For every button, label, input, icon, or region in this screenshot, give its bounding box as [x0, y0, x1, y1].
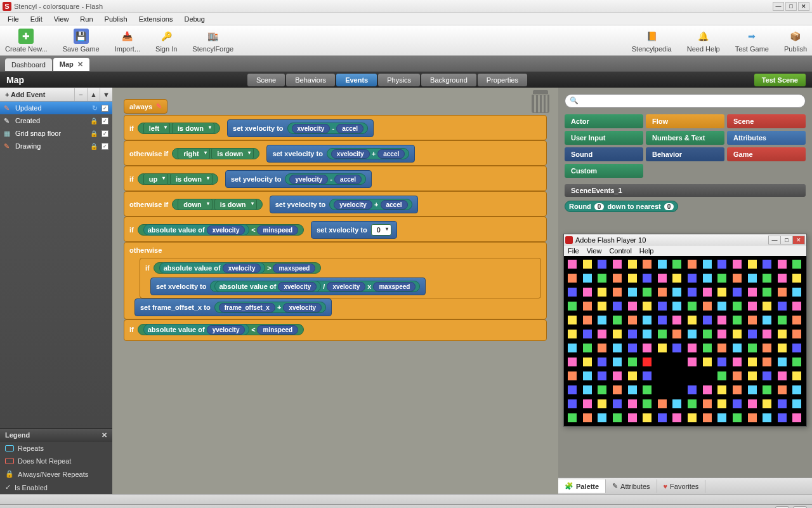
- game-tile: [733, 399, 742, 408]
- flash-maximize-button[interactable]: □: [780, 236, 793, 244]
- flash-player-window[interactable]: Adobe Flash Player 10 — □ ✕ File View Co…: [563, 234, 807, 427]
- flash-close-button[interactable]: ✕: [792, 236, 805, 244]
- if-block[interactable]: if up is down set yvelocity to yvelocity…: [124, 166, 547, 191]
- category-sound[interactable]: Sound: [565, 147, 643, 161]
- create-new-button[interactable]: ✚Create New...: [5, 29, 48, 53]
- remove-event-button[interactable]: −: [74, 88, 87, 101]
- palette-search-input[interactable]: [565, 94, 806, 108]
- menu-extensions[interactable]: Extensions: [134, 14, 178, 24]
- add-event-button[interactable]: + Add Event: [0, 90, 50, 100]
- camera-button[interactable]: 📷: [775, 506, 789, 509]
- category-behavior[interactable]: Behavior: [646, 147, 724, 161]
- flash-minimize-button[interactable]: —: [768, 236, 781, 244]
- flash-menu-file[interactable]: File: [568, 247, 579, 255]
- move-down-button[interactable]: ▼: [100, 88, 112, 101]
- scene-tab-behaviors[interactable]: Behaviors: [286, 74, 335, 86]
- horizontal-scrollbar[interactable]: [0, 494, 812, 504]
- scene-tab-physics[interactable]: Physics: [378, 74, 420, 86]
- sign-in-button[interactable]: 🔑Sign In: [155, 29, 177, 53]
- block-canvas[interactable]: always ✎ if left is down set xvelocity t…: [112, 88, 558, 494]
- tab-palette[interactable]: 🧩Palette: [558, 479, 606, 493]
- category-flow[interactable]: Flow: [646, 114, 724, 128]
- if-block[interactable]: if left is down set xvelocity to xveloci…: [124, 115, 547, 140]
- enabled-checkbox[interactable]: ✓: [102, 105, 108, 112]
- enabled-checkbox[interactable]: ✓: [102, 130, 108, 137]
- set-xvelocity-block[interactable]: set xvelocity to absolute value of xvelo…: [150, 277, 426, 295]
- category-actor[interactable]: Actor: [565, 114, 643, 128]
- close-legend-icon[interactable]: ✕: [102, 431, 107, 439]
- close-button[interactable]: ✕: [798, 2, 809, 11]
- if-block[interactable]: if absolute value of yvelocity < minspee…: [124, 319, 547, 341]
- settings-button[interactable]: ✲▾: [793, 506, 807, 509]
- tab-dashboard[interactable]: Dashboard: [5, 58, 52, 71]
- legend-repeats: Repeats: [0, 442, 112, 455]
- key-dropdown[interactable]: right: [178, 148, 209, 159]
- breadcrumb[interactable]: SceneEvents_1: [565, 184, 806, 197]
- if-block[interactable]: if absolute value of xvelocity < minspee…: [124, 217, 547, 242]
- set-xvelocity-block[interactable]: set xvelocity to xvelocity + accel: [266, 145, 415, 163]
- round-block[interactable]: Round 0 down to nearest 0: [565, 201, 678, 212]
- event-grid-snap[interactable]: ▦ Grid snap floor 🔒 ✓: [0, 127, 112, 140]
- state-dropdown[interactable]: is down: [214, 199, 257, 210]
- set-frameoffset-block[interactable]: set frame_offset_x to frame_offset_x + x…: [134, 298, 332, 316]
- enabled-checkbox[interactable]: ✓: [102, 143, 108, 150]
- publish-button[interactable]: 📦Publish: [784, 29, 807, 53]
- scene-tab-events[interactable]: Events: [336, 74, 377, 86]
- category-numbers-text[interactable]: Numbers & Text: [646, 131, 724, 145]
- category-attributes[interactable]: Attributes: [727, 131, 806, 145]
- state-dropdown[interactable]: is down: [170, 173, 213, 185]
- event-drawing[interactable]: ✎ Drawing 🔒 ✓: [0, 140, 112, 152]
- import-button[interactable]: 📥Import...: [115, 29, 140, 53]
- trash-icon[interactable]: [532, 90, 549, 113]
- state-dropdown[interactable]: is down: [211, 148, 254, 159]
- flash-menu-control[interactable]: Control: [609, 247, 631, 255]
- scene-tab-scene[interactable]: Scene: [247, 74, 285, 86]
- game-tile: [717, 316, 726, 324]
- otherwise-if-block[interactable]: otherwise if down is down set yvelocity …: [124, 191, 547, 217]
- category-user-input[interactable]: User Input: [565, 131, 643, 145]
- otherwise-block[interactable]: otherwise if absolute value of xvelocity…: [124, 242, 547, 319]
- category-custom[interactable]: Custom: [565, 164, 643, 178]
- if-block[interactable]: if absolute value of xvelocity > maxspee…: [140, 258, 541, 298]
- key-dropdown[interactable]: down: [178, 199, 213, 210]
- test-game-button[interactable]: ➡Test Game: [735, 29, 769, 53]
- menu-view[interactable]: View: [49, 14, 74, 24]
- tab-favorites[interactable]: ♥Favorites: [657, 480, 706, 493]
- need-help-button[interactable]: 🔔Need Help: [687, 29, 720, 53]
- key-dropdown[interactable]: left: [143, 123, 171, 134]
- category-scene[interactable]: Scene: [727, 114, 806, 128]
- set-xvelocity-block[interactable]: set xvelocity to 0: [311, 221, 397, 239]
- menu-debug[interactable]: Debug: [179, 14, 209, 24]
- menu-publish[interactable]: Publish: [100, 14, 133, 24]
- set-yvelocity-block[interactable]: set yvelocity to yvelocity + accel: [270, 196, 418, 213]
- stencylforge-button[interactable]: 🏬StencylForge: [192, 29, 233, 53]
- menu-edit[interactable]: Edit: [25, 14, 48, 24]
- minimize-button[interactable]: —: [773, 2, 784, 11]
- flash-menu-help[interactable]: Help: [639, 247, 654, 255]
- game-tile: [733, 358, 742, 366]
- save-game-button[interactable]: 💾Save Game: [63, 29, 100, 53]
- test-scene-button[interactable]: Test Scene: [754, 74, 806, 86]
- maximize-button[interactable]: □: [785, 2, 797, 11]
- category-game[interactable]: Game: [727, 147, 806, 161]
- workspace: + Add Event − ▲ ▼ ✎ Updated ↻ ✓ ✎ Create…: [0, 88, 812, 494]
- menu-file[interactable]: File: [3, 14, 24, 24]
- tab-map[interactable]: Map✕: [53, 58, 89, 71]
- scene-tab-properties[interactable]: Properties: [478, 74, 527, 86]
- key-dropdown[interactable]: up: [143, 173, 168, 185]
- event-created[interactable]: ✎ Created 🔒 ✓: [0, 114, 112, 127]
- flash-menu-view[interactable]: View: [587, 247, 602, 255]
- move-up-button[interactable]: ▲: [87, 88, 100, 101]
- stencylpedia-button[interactable]: 📙Stencylpedia: [632, 29, 672, 53]
- otherwise-if-block[interactable]: otherwise if right is down set xvelocity…: [124, 140, 547, 166]
- close-tab-icon[interactable]: ✕: [77, 60, 83, 68]
- tab-attributes[interactable]: ✎Attributes: [606, 479, 657, 493]
- always-block[interactable]: always ✎: [124, 99, 167, 114]
- set-xvelocity-block[interactable]: set xvelocity to xvelocity - accel: [227, 119, 374, 137]
- state-dropdown[interactable]: is down: [172, 123, 214, 134]
- menu-run[interactable]: Run: [75, 14, 98, 24]
- scene-tab-background[interactable]: Background: [421, 74, 476, 86]
- event-updated[interactable]: ✎ Updated ↻ ✓: [0, 102, 112, 114]
- enabled-checkbox[interactable]: ✓: [102, 117, 108, 124]
- set-yvelocity-block[interactable]: set yvelocity to yvelocity - accel: [225, 170, 372, 188]
